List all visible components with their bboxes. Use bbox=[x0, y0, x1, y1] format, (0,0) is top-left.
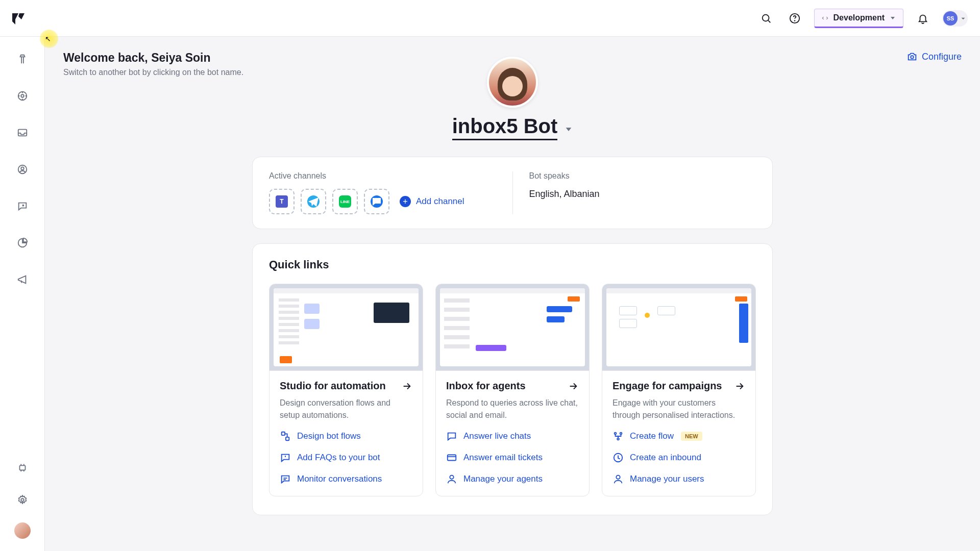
channel-telegram-icon[interactable] bbox=[301, 189, 326, 214]
quick-links-title: Quick links bbox=[269, 258, 756, 271]
card-description: Engage with your customers through perso… bbox=[612, 397, 745, 421]
environment-label: Development bbox=[834, 13, 885, 22]
sidebar bbox=[0, 37, 45, 551]
badge-new: NEW bbox=[681, 432, 702, 441]
topbar: ‹ › Development SS bbox=[0, 0, 980, 37]
card-link[interactable]: Monitor conversations bbox=[280, 473, 412, 485]
quick-links-section: Quick links Studio for automation Design… bbox=[252, 243, 773, 515]
configure-label: Configure bbox=[922, 52, 962, 62]
card-link[interactable]: Manage your users bbox=[612, 473, 745, 485]
chevron-down-icon bbox=[960, 15, 967, 22]
bot-name-dropdown-icon[interactable] bbox=[565, 125, 573, 133]
search-icon[interactable] bbox=[757, 9, 775, 28]
nav-campaigns-icon[interactable] bbox=[12, 269, 33, 290]
add-channel-button[interactable]: + Add channel bbox=[400, 196, 464, 207]
svg-point-11 bbox=[911, 56, 914, 59]
sidebar-bot-avatar[interactable] bbox=[14, 522, 31, 539]
card-link-label: Monitor conversations bbox=[297, 474, 382, 484]
card-link[interactable]: Create flowNEW bbox=[612, 431, 745, 442]
speaks-label: Bot speaks bbox=[529, 171, 756, 181]
card-link[interactable]: Answer email tickets bbox=[446, 452, 579, 463]
environment-switcher[interactable]: ‹ › Development bbox=[814, 9, 903, 28]
channels-label: Active channels bbox=[269, 171, 496, 181]
svg-line-1 bbox=[768, 20, 770, 22]
bot-languages: English, Albanian bbox=[529, 189, 756, 199]
quick-card: Engage for campaigns Engage with your cu… bbox=[602, 284, 756, 496]
nav-analytics-icon[interactable] bbox=[12, 233, 33, 253]
plus-icon: + bbox=[400, 196, 411, 207]
svg-point-0 bbox=[763, 14, 769, 21]
card-preview bbox=[602, 284, 755, 371]
arrow-right-icon[interactable] bbox=[568, 381, 579, 392]
card-link-label: Add FAQs to your bot bbox=[297, 453, 380, 463]
card-link[interactable]: Create an inbound bbox=[612, 452, 745, 463]
card-link-label: Manage your agents bbox=[463, 474, 543, 484]
channel-line-icon[interactable]: LINE bbox=[332, 189, 358, 214]
nav-inbox-icon[interactable] bbox=[12, 122, 33, 143]
nav-studio-icon[interactable] bbox=[12, 49, 33, 69]
configure-link[interactable]: Configure bbox=[906, 51, 962, 62]
svg-point-5 bbox=[21, 94, 24, 97]
card-link-label: Create an inbound bbox=[630, 453, 701, 463]
card-link[interactable]: Add FAQs to your bot bbox=[280, 452, 412, 463]
quick-card: Studio for automation Design conversatio… bbox=[269, 284, 423, 496]
card-title: Studio for automation bbox=[280, 380, 386, 392]
user-menu[interactable]: SS bbox=[942, 10, 968, 27]
arrow-right-icon[interactable] bbox=[734, 381, 745, 392]
add-channel-label: Add channel bbox=[416, 196, 464, 207]
main-content: Welcome back, Seiya Soin Switch to anoth… bbox=[45, 37, 980, 530]
card-link-label: Design bot flows bbox=[297, 431, 361, 441]
logo[interactable] bbox=[10, 10, 27, 27]
user-avatar: SS bbox=[943, 11, 958, 26]
svg-rect-13 bbox=[286, 437, 289, 440]
card-preview bbox=[436, 284, 589, 371]
svg-point-8 bbox=[21, 167, 24, 170]
card-link-label: Manage your users bbox=[630, 474, 704, 484]
nav-integrations-icon[interactable] bbox=[12, 457, 33, 478]
bot-info-card: Active channels T LINE + Add channel Bot… bbox=[252, 157, 773, 229]
welcome-subtitle: Switch to another bot by clicking on the… bbox=[63, 68, 243, 77]
svg-rect-14 bbox=[448, 455, 456, 461]
svg-point-17 bbox=[620, 433, 622, 435]
svg-rect-9 bbox=[19, 465, 25, 470]
card-preview bbox=[270, 284, 423, 371]
card-link-label: Answer live chats bbox=[463, 431, 531, 441]
chevron-left-right-icon: ‹ › bbox=[822, 14, 828, 21]
svg-point-18 bbox=[617, 438, 619, 440]
nav-chat-icon[interactable] bbox=[12, 196, 33, 216]
card-link-label: Create flow bbox=[630, 431, 674, 441]
card-link[interactable]: Manage your agents bbox=[446, 473, 579, 485]
svg-point-20 bbox=[616, 475, 620, 479]
card-link[interactable]: Design bot flows bbox=[280, 431, 412, 442]
svg-rect-12 bbox=[282, 432, 285, 435]
quick-card: Inbox for agents Respond to queries acro… bbox=[435, 284, 590, 496]
svg-point-10 bbox=[21, 498, 24, 502]
svg-point-15 bbox=[450, 475, 453, 479]
card-description: Design conversation flows and setup auto… bbox=[280, 397, 412, 421]
bell-icon[interactable] bbox=[914, 9, 932, 28]
card-description: Respond to queries across live chat, soc… bbox=[446, 397, 579, 421]
bot-avatar bbox=[487, 57, 538, 108]
card-link[interactable]: Answer live chats bbox=[446, 431, 579, 442]
channel-teams-icon[interactable]: T bbox=[269, 189, 295, 214]
svg-point-3 bbox=[795, 20, 795, 21]
nav-overview-icon[interactable] bbox=[12, 86, 33, 106]
nav-settings-icon[interactable] bbox=[12, 490, 33, 510]
arrow-right-icon[interactable] bbox=[401, 381, 412, 392]
camera-icon bbox=[906, 51, 918, 62]
caret-down-icon bbox=[890, 15, 896, 21]
svg-point-16 bbox=[615, 433, 617, 435]
help-icon[interactable] bbox=[786, 9, 804, 28]
card-link-label: Answer email tickets bbox=[463, 453, 543, 463]
card-title: Engage for campaigns bbox=[612, 380, 722, 392]
channel-gbm-icon[interactable] bbox=[364, 189, 389, 214]
welcome-title: Welcome back, Seiya Soin bbox=[63, 51, 243, 65]
bot-name[interactable]: inbox5 Bot bbox=[452, 115, 558, 140]
card-title: Inbox for agents bbox=[446, 380, 526, 392]
nav-user-icon[interactable] bbox=[12, 159, 33, 180]
